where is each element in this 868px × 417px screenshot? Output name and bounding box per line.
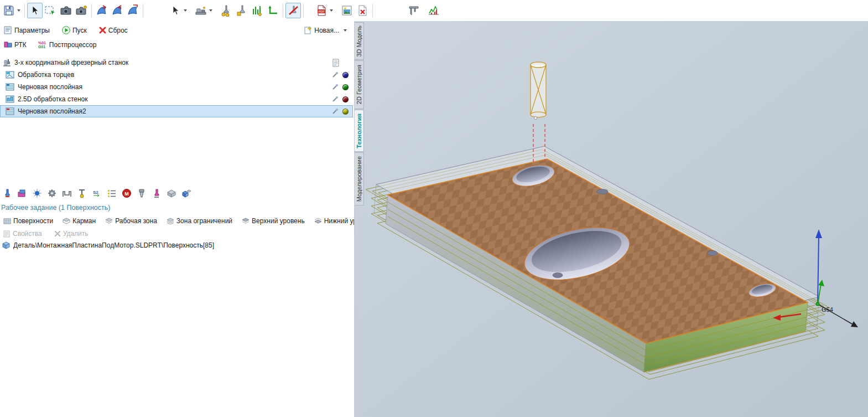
- operation-row[interactable]: Обработка торцев: [0, 69, 353, 81]
- pocket-button[interactable]: Карман: [60, 215, 98, 226]
- parameters-button[interactable]: Параметры: [0, 24, 54, 36]
- machine-node[interactable]: 3-х координатный фрезерный станок: [0, 56, 353, 69]
- measure-button[interactable]: [406, 3, 422, 18]
- tool-coins-icon: [220, 4, 232, 17]
- operation-label: Черновая послойная: [18, 83, 82, 91]
- image-export-icon: [341, 4, 353, 17]
- surfaces-button[interactable]: Поверхности: [1, 215, 55, 226]
- machine-node-label: 3-х координатный фрезерный станок: [14, 59, 128, 66]
- tool-library-button[interactable]: [219, 3, 234, 18]
- pick-dropdown-caret[interactable]: [184, 9, 187, 12]
- reset-button[interactable]: Сброс: [95, 25, 132, 36]
- marquee-select-icon: [44, 4, 56, 17]
- operation-label: Черновая послойная2: [18, 107, 86, 115]
- save-dropdown-caret[interactable]: [17, 9, 20, 12]
- statistics-button[interactable]: [426, 3, 441, 18]
- part-cube-icon: [2, 241, 10, 249]
- machine-doc-icon[interactable]: [332, 59, 340, 67]
- tool-magenta-icon: [152, 188, 162, 198]
- status-dot: [342, 84, 349, 90]
- operation-row-selected[interactable]: Черновая послойная2: [0, 105, 353, 117]
- upper-level-button[interactable]: Верхний уровень: [240, 215, 307, 226]
- holder-button[interactable]: [136, 187, 148, 199]
- delete-button-disabled[interactable]: Удалить: [52, 228, 91, 239]
- new-operation-button[interactable]: Новая...: [300, 24, 343, 36]
- spindle-button[interactable]: [31, 187, 43, 199]
- snapshot-button[interactable]: [58, 3, 74, 18]
- parameters-label: Параметры: [14, 27, 50, 34]
- new-operation-caret[interactable]: [344, 29, 347, 32]
- workpiece-icon: [17, 188, 27, 198]
- pdf-export-icon: PDF: [315, 4, 328, 17]
- rtk-button[interactable]: РТК: [0, 39, 30, 50]
- tab-technology[interactable]: Технология: [355, 110, 364, 152]
- tool-number-button[interactable]: [76, 187, 88, 199]
- toolpath-button[interactable]: [250, 3, 265, 18]
- surface-tool-button-2[interactable]: [110, 3, 125, 18]
- svg-text:PDF: PDF: [319, 10, 325, 13]
- no-machining-button[interactable]: [285, 3, 301, 18]
- operations-list-button[interactable]: [106, 187, 118, 199]
- properties-button-disabled[interactable]: Свойства: [1, 228, 44, 239]
- svg-text:S2: S2: [93, 190, 98, 195]
- scene-3d[interactable]: G54: [355, 21, 868, 417]
- job-buttons-row: Поверхности Карман Рабочая зона Зона огр…: [1, 215, 377, 226]
- corner-green-icon: [267, 4, 279, 17]
- toolbar-separator: [24, 4, 25, 18]
- surface-sheet-icon: [111, 4, 124, 17]
- tool-setup-icon: [236, 4, 248, 17]
- model-button[interactable]: [180, 187, 193, 199]
- pdf-export-button[interactable]: PDF: [314, 3, 329, 18]
- spindle-speed-button[interactable]: S2: [91, 187, 103, 199]
- workpiece-button[interactable]: [16, 187, 28, 199]
- statistics-icon: [428, 4, 440, 17]
- properties-icon: [3, 230, 11, 238]
- status-dot: [342, 96, 349, 102]
- restriction-zone-button[interactable]: Зона ограничений: [164, 215, 235, 226]
- stock-button[interactable]: [165, 187, 178, 199]
- operation-row[interactable]: 2.5D обработка стенок: [0, 93, 353, 105]
- toolbar-separator: [303, 4, 304, 18]
- machine-button[interactable]: [193, 3, 209, 18]
- tool-button[interactable]: [1, 187, 13, 199]
- operation-row[interactable]: Черновая послойная: [0, 81, 353, 93]
- run-button[interactable]: Пуск: [58, 24, 91, 36]
- pick-cursor-button[interactable]: [168, 3, 183, 18]
- gear-icon: [47, 188, 57, 198]
- tool-magenta-button[interactable]: [150, 187, 163, 199]
- stock-icon: [167, 188, 176, 198]
- corner-button[interactable]: [265, 3, 280, 18]
- holder-icon: [137, 188, 147, 198]
- pdf-dropdown-caret[interactable]: [330, 9, 333, 12]
- tab-2d-geometry[interactable]: 2D Геометрия: [355, 60, 364, 109]
- operation-label: 2.5D обработка стенок: [18, 95, 87, 103]
- machine-node-icon: [2, 58, 12, 67]
- surfaces-icon: [3, 218, 11, 225]
- tab-modeling[interactable]: Моделирование: [355, 152, 364, 205]
- surface-tool-button-3[interactable]: [125, 3, 141, 18]
- technology-panel: Параметры Пуск Сброс Новая... РТК: [0, 21, 354, 417]
- tool-setup-button[interactable]: [234, 3, 250, 18]
- job-toolbar: S2 M: [1, 187, 193, 199]
- work-zone-label: Рабочая зона: [115, 217, 157, 225]
- machine-dropdown-caret[interactable]: [209, 9, 212, 12]
- tab-3d-model[interactable]: 3D Модель: [355, 22, 364, 60]
- job-item-row[interactable]: Деталь\МонтажнаяПластинаПодМотор.SLDPRT\…: [2, 241, 214, 249]
- save-button[interactable]: [1, 3, 17, 18]
- snapshot-view-button[interactable]: [74, 3, 89, 18]
- svg-text:M: M: [124, 191, 129, 197]
- image-export-button[interactable]: [339, 3, 355, 18]
- m-function-button[interactable]: M: [121, 187, 133, 199]
- delete-doc-button[interactable]: [355, 3, 370, 18]
- fixture-button[interactable]: [61, 187, 73, 199]
- op-flag-icon: [332, 84, 339, 90]
- job-disabled-row: Свойства Удалить: [1, 228, 91, 239]
- settings-button[interactable]: [46, 187, 58, 199]
- work-zone-button[interactable]: Рабочая зона: [103, 215, 159, 226]
- machine-vise-icon: [195, 4, 207, 17]
- select-cursor-button[interactable]: [27, 3, 43, 18]
- surface-tool-button-1[interactable]: [94, 3, 110, 18]
- tool-icon: [2, 188, 12, 198]
- marquee-select-button[interactable]: [43, 3, 58, 18]
- postprocessor-button[interactable]: %01G01 Постпроцессор: [34, 39, 101, 50]
